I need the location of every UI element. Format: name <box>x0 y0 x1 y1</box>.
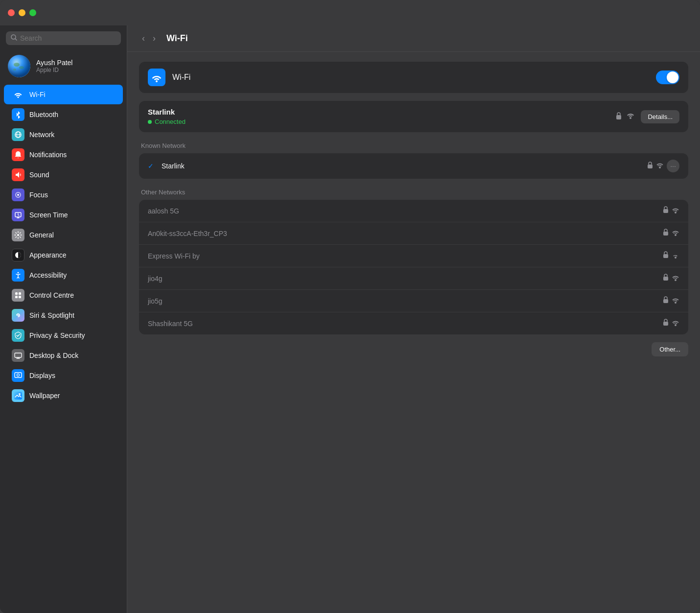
back-button[interactable]: ‹ <box>139 32 148 45</box>
appearance-icon <box>12 249 24 261</box>
other-network-name-0: aalosh 5G <box>148 207 657 215</box>
sidebar-item-privacy[interactable]: Privacy & Security <box>4 326 123 345</box>
svg-point-13 <box>17 234 19 236</box>
wifi-toggle-row: Wi-Fi <box>139 62 688 93</box>
sidebar-item-controlcentre[interactable]: Control Centre <box>4 285 123 305</box>
sidebar-item-network[interactable]: Network <box>4 125 123 144</box>
user-info: Ayush Patel Apple ID <box>36 59 72 73</box>
other-network-name-2: Express Wi-Fi by <box>148 252 657 260</box>
wifi-icon-0 <box>672 207 679 215</box>
other-network-item-1[interactable]: An0kit-ss3ccA-Eth3r_CP3 <box>139 222 688 245</box>
privacy-icon <box>12 329 24 342</box>
wallpaper-icon <box>12 389 24 402</box>
lock-icon-known <box>647 162 653 171</box>
screentime-icon <box>12 209 24 221</box>
content-area: ‹ › Wi-Fi Wi-Fi <box>127 25 700 613</box>
sidebar-item-appearance[interactable]: Appearance <box>4 245 123 265</box>
sidebar-item-bluetooth[interactable]: Bluetooth <box>4 105 123 124</box>
sidebar-item-sound[interactable]: Sound <box>4 165 123 185</box>
other-network-name-3: jio4g <box>148 275 657 283</box>
more-options-button[interactable]: ··· <box>667 160 679 172</box>
sidebar: Ayush Patel Apple ID Wi-Fi <box>0 25 127 613</box>
svg-rect-30 <box>648 165 653 168</box>
sidebar-item-general[interactable]: General <box>4 225 123 245</box>
wifi-toggle-label: Wi-Fi <box>172 73 649 82</box>
search-box[interactable] <box>6 31 121 45</box>
other-network-icons-2 <box>663 251 679 260</box>
svg-point-4 <box>19 66 24 69</box>
search-input[interactable] <box>20 34 116 42</box>
general-icon <box>12 229 24 241</box>
user-name: Ayush Patel <box>36 59 72 67</box>
sidebar-item-desktop[interactable]: Desktop & Dock <box>4 346 123 365</box>
wifi-toggle-switch[interactable] <box>656 71 679 84</box>
wifi-icon-known <box>656 162 664 170</box>
sidebar-item-wallpaper[interactable]: Wallpaper <box>4 386 123 405</box>
sound-icon <box>12 168 24 181</box>
other-network-item-5[interactable]: Shashikant 5G <box>139 312 688 334</box>
lock-icon <box>615 112 622 122</box>
search-icon <box>11 34 17 42</box>
sidebar-item-displays[interactable]: Displays <box>4 366 123 385</box>
wifi-section-icon <box>148 69 165 86</box>
page-title: Wi-Fi <box>166 33 188 44</box>
other-network-name-5: Shashikant 5G <box>148 320 657 328</box>
other-button[interactable]: Other... <box>652 342 688 356</box>
known-network-name: Starlink <box>162 162 641 170</box>
nav-buttons: ‹ › <box>139 32 159 45</box>
wifi-icon <box>12 88 24 101</box>
svg-point-3 <box>14 63 20 67</box>
sidebar-item-wifi[interactable]: Wi-Fi <box>4 85 123 104</box>
other-network-icons-0 <box>663 206 679 215</box>
sidebar-item-label-sound: Sound <box>29 171 49 179</box>
known-network-icons: ··· <box>647 160 679 172</box>
svg-rect-16 <box>15 292 18 295</box>
avatar <box>8 55 30 77</box>
svg-rect-31 <box>663 209 668 213</box>
focus-icon <box>12 189 24 201</box>
svg-rect-19 <box>19 296 21 298</box>
sidebar-item-label-bluetooth: Bluetooth <box>29 111 58 118</box>
status-text: Connected <box>155 118 186 125</box>
network-icons <box>615 112 635 122</box>
sidebar-item-accessibility[interactable]: Accessibility <box>4 265 123 285</box>
other-network-item-0[interactable]: aalosh 5G <box>139 200 688 222</box>
sidebar-item-siri[interactable]: Siri & Spotlight <box>4 306 123 325</box>
sidebar-section: Wi-Fi Bluetooth <box>0 83 127 407</box>
other-network-item-3[interactable]: jio4g <box>139 267 688 290</box>
checkmark-icon: ✓ <box>148 162 156 170</box>
sidebar-item-focus[interactable]: Focus <box>4 185 123 205</box>
sidebar-item-label-network: Network <box>29 131 54 139</box>
svg-rect-22 <box>15 353 22 357</box>
network-icon <box>12 128 24 141</box>
svg-rect-18 <box>15 296 18 298</box>
details-button[interactable]: Details... <box>641 110 679 123</box>
svg-rect-36 <box>663 322 668 326</box>
other-network-item-4[interactable]: jio5g <box>139 290 688 312</box>
network-status: Connected <box>148 118 609 125</box>
known-network-item[interactable]: ✓ Starlink <box>139 153 688 179</box>
sidebar-item-screentime[interactable]: Screen Time <box>4 205 123 225</box>
sidebar-item-label-focus: Focus <box>29 191 48 199</box>
close-button[interactable] <box>8 9 15 16</box>
sidebar-item-label-wifi: Wi-Fi <box>29 91 46 98</box>
wifi-icon-3 <box>672 274 679 283</box>
displays-icon <box>12 369 24 382</box>
user-profile[interactable]: Ayush Patel Apple ID <box>0 51 127 83</box>
wifi-signal-icon <box>626 112 635 121</box>
lock-icon-0 <box>663 206 669 215</box>
svg-point-15 <box>18 272 19 274</box>
sidebar-item-label-appearance: Appearance <box>29 251 67 259</box>
svg-point-26 <box>17 374 20 377</box>
minimize-button[interactable] <box>19 9 25 16</box>
sidebar-item-notifications[interactable]: Notifications <box>4 145 123 165</box>
siri-icon <box>12 309 24 322</box>
svg-rect-32 <box>663 232 668 236</box>
connected-network-info: Starlink Connected <box>148 108 609 125</box>
svg-point-5 <box>13 69 16 71</box>
maximize-button[interactable] <box>29 9 36 16</box>
lock-icon-2 <box>663 251 669 260</box>
forward-button[interactable]: › <box>150 32 159 45</box>
known-network-header: Known Network <box>139 142 688 149</box>
other-network-item-2[interactable]: Express Wi-Fi by <box>139 245 688 267</box>
